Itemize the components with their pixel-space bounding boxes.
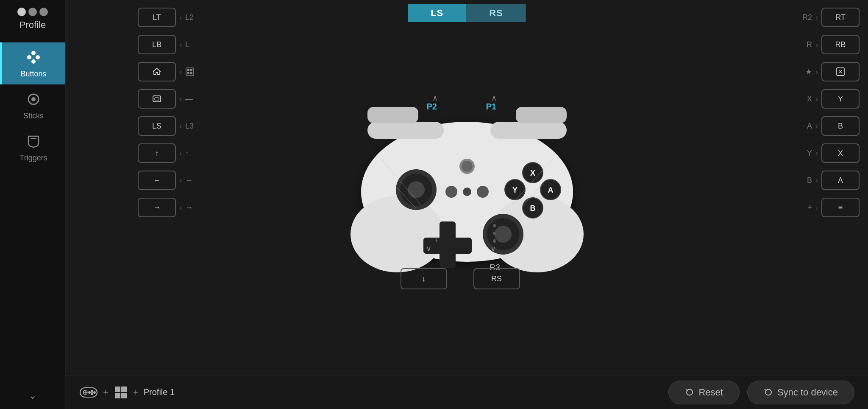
svg-point-3 [31,59,36,64]
btn-y[interactable]: Y [821,89,860,109]
svg-rect-12 [155,98,159,100]
svg-point-14 [351,196,444,272]
btn-lt[interactable]: LT [138,8,176,27]
btn-home[interactable] [138,62,176,81]
btn-b[interactable]: B [821,116,860,136]
svg-point-33 [493,224,496,227]
btn-rt[interactable]: RT [821,8,860,27]
mapping-plus: + › ≡ [802,198,860,217]
mapping-star: ★ › [802,62,860,81]
mapping-screenshot: ‹ — [138,89,195,109]
right-mappings: R2 › RT R › RB ★ › [802,8,860,217]
svg-rect-16 [367,122,444,139]
sticks-label: Sticks [23,112,44,120]
svg-text:A: A [548,186,553,194]
controller-area: LT ‹ L2 LB ‹ L ‹ [66,0,868,375]
chevron-lb: ‹ [179,40,182,49]
svg-rect-8 [190,69,192,71]
svg-rect-60 [121,387,127,392]
down-arrow-indicator: ↓ [434,234,439,244]
mapping-y-x: Y › X [802,143,860,163]
btn-x[interactable]: X [821,143,860,163]
btn-rb[interactable]: RB [821,35,860,54]
svg-rect-59 [115,387,120,392]
left-mappings: LT ‹ L2 LB ‹ L ‹ [138,8,195,217]
chevron-ls: ‹ [179,122,182,131]
chevron-down-icon[interactable]: ⌄ [28,389,37,401]
sync-icon [764,388,773,397]
chevron-x: › [815,95,818,104]
btn-down-bottom[interactable]: ↓ [401,268,447,289]
mapping-lb: LB ‹ L [138,35,195,54]
reset-label: Reset [698,387,723,398]
mapping-up: ↑ ‹ ↑ [138,143,195,163]
sidebar-item-buttons[interactable]: Buttons [0,42,65,84]
sync-label: Sync to device [777,387,838,398]
svg-point-55 [91,392,93,395]
btn-t[interactable] [821,62,860,81]
btn-ls[interactable]: LS [138,116,176,136]
profile-dots [17,8,48,16]
tab-rs[interactable]: RS [466,4,526,22]
chevron-star: › [815,67,818,76]
svg-point-22 [408,181,425,198]
mapping-ls: LS ‹ L3 [138,116,195,136]
label-l2: L2 [185,13,194,22]
sidebar-item-triggers[interactable]: Triggers [0,126,65,168]
svg-rect-17 [490,122,567,139]
sticks-icon [25,92,42,109]
svg-point-0 [31,51,36,55]
label-r2: R2 [802,13,812,22]
svg-point-5 [31,97,36,101]
label-l3: L3 [185,122,194,131]
btn-screenshot[interactable] [138,89,176,109]
sidebar: Profile Buttons Sticks [0,0,66,409]
ls-down-chevron: ∨ [426,244,431,253]
reset-button[interactable]: Reset [668,381,739,404]
svg-text:B: B [530,204,535,213]
chevron-r2: › [815,13,818,22]
svg-point-34 [493,232,496,235]
chevron-lt: ‹ [179,13,182,22]
svg-point-28 [445,186,457,198]
svg-point-30 [477,186,489,198]
svg-rect-62 [121,393,127,398]
label-plus: + [807,203,812,212]
btn-lb[interactable]: LB [138,35,176,54]
triggers-label: Triggers [19,154,47,162]
label-home-map [185,67,195,76]
buttons-icon [25,50,42,67]
sync-button[interactable]: Sync to device [747,381,854,404]
chevron-left: ‹ [179,176,182,185]
buttons-label: Buttons [20,70,46,78]
sidebar-item-sticks[interactable]: Sticks [0,84,65,126]
controller-visual: P2 P1 ∧ ∧ [342,86,592,289]
mapping-right: → ‹ → [138,198,195,217]
svg-point-54 [93,391,96,394]
svg-rect-61 [115,393,120,398]
btn-left[interactable]: ← [138,171,176,190]
mapping-rb: R › RB [802,35,860,54]
label-y: Y [807,149,812,158]
btn-a[interactable]: A [821,171,860,190]
btn-right[interactable]: → [138,198,176,217]
controller-icon [79,385,98,400]
svg-text:Y: Y [512,186,517,194]
tab-ls[interactable]: LS [408,4,466,22]
mapping-a-b: A › B [802,116,860,136]
mapping-rt: R2 › RT [802,8,860,27]
label-minus: — [185,95,193,104]
svg-rect-7 [187,69,189,71]
chevron-r: › [815,40,818,49]
label-r: R [807,40,812,49]
chevron-y: › [815,149,818,158]
svg-rect-10 [190,72,192,74]
rs-down-chevron: ∨ [490,244,496,253]
svg-point-35 [493,239,496,243]
chevron-plus: › [815,203,818,212]
btn-rs-bottom[interactable]: RS [473,268,520,289]
mapping-x-y: X › Y [802,89,860,109]
btn-menu[interactable]: ≡ [821,198,860,217]
btn-up[interactable]: ↑ [138,143,176,163]
svg-point-25 [495,226,512,243]
